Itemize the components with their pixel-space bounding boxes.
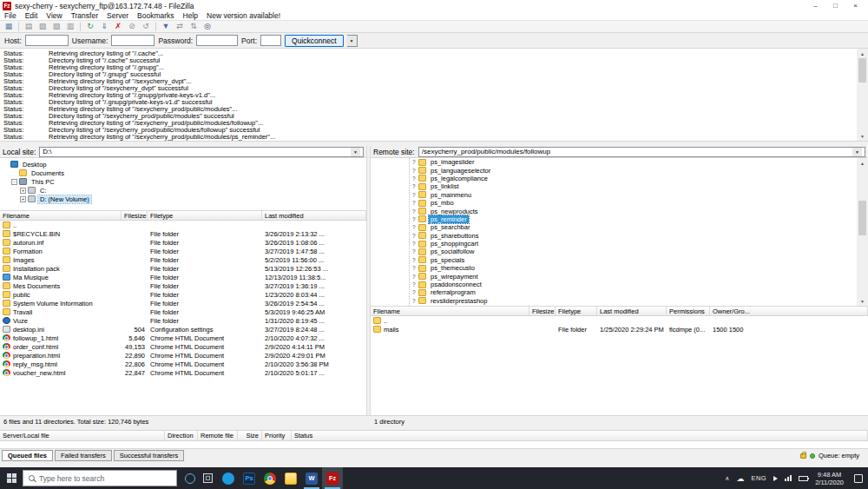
local-tree-item[interactable]: + C: [0, 186, 366, 195]
weather-icon[interactable]: ☁ [736, 474, 744, 483]
toolbar-separator[interactable] [155, 22, 156, 31]
combo-dropdown-icon[interactable]: ▼ [351, 148, 360, 156]
disconnect-icon[interactable]: ⊘ [126, 22, 138, 32]
remote-tree-item[interactable]: ? ps_socialfollow [371, 248, 868, 255]
password-input[interactable] [196, 35, 238, 46]
remote-tree-item[interactable]: ? ps_shoppingcart [371, 240, 868, 248]
site-manager-icon[interactable]: ▦ [3, 22, 15, 32]
remote-tree-item[interactable]: ? revsliderprestashop [371, 297, 868, 305]
column-header-status[interactable]: Status [292, 431, 868, 440]
taskbar-app-photoshop[interactable]: Ps [239, 467, 260, 489]
local-file-row[interactable]: Mes Documents File folder 3/27/2019 1:36… [0, 281, 366, 290]
remote-tree-item[interactable]: ? ps_imageslider [371, 158, 868, 166]
local-file-row[interactable]: autorun.inf File folder 3/26/2019 1:08:0… [0, 238, 366, 247]
local-tree-item[interactable]: Desktop [0, 160, 366, 169]
remote-tree-item[interactable]: ? ps_linklist [371, 182, 868, 190]
minimize-button[interactable]: – [806, 0, 825, 11]
remote-tree-item[interactable]: ? ps_searchbar [371, 223, 868, 231]
start-button[interactable] [0, 467, 23, 489]
cancel-icon[interactable]: ✗ [112, 22, 124, 32]
taskbar-app-chrome[interactable] [260, 467, 280, 489]
local-file-row[interactable]: public File folder 1/23/2020 8:03:44 ... [0, 290, 366, 299]
menu-item[interactable]: Edit [21, 11, 43, 20]
local-file-row[interactable]: followup_1.html 5,646 Chrome HTML Docume… [0, 334, 366, 342]
column-header-remote-file[interactable]: Remote file [198, 431, 238, 440]
title-bar[interactable]: Fz sexy-cherry - sexycherry_ftp@163.172.… [0, 0, 868, 11]
toolbar-separator[interactable] [80, 22, 81, 31]
column-header-filesize[interactable]: Filesize [122, 211, 148, 220]
column-header-filename[interactable]: Filename [0, 211, 122, 220]
remote-tree-item[interactable]: ? ps_specials [371, 256, 868, 264]
column-header-modified[interactable]: Last modified [262, 211, 366, 220]
menu-item[interactable]: Help [179, 11, 202, 20]
toolbar-separator[interactable] [18, 22, 19, 31]
column-header-direction[interactable]: Direction [165, 431, 198, 440]
quickconnect-button[interactable]: Quickconnect [285, 35, 344, 47]
expander-icon[interactable]: - [11, 179, 17, 185]
remote-tree-item[interactable]: ? ps_sharebuttons [371, 232, 868, 240]
menu-item[interactable]: New version available! [202, 11, 285, 20]
host-input[interactable] [25, 35, 69, 46]
process-queue-icon[interactable]: ⇓ [98, 22, 110, 32]
local-file-row[interactable]: preparation.html 22,890 Chrome HTML Docu… [0, 351, 366, 360]
battery-icon[interactable] [799, 476, 808, 481]
remote-tree-item[interactable]: ? referralprogram [371, 288, 868, 296]
local-file-row[interactable]: Travail File folder 5/3/2019 9:46:25 AM [0, 307, 366, 316]
filter-icon[interactable]: ▼ [160, 22, 172, 32]
expander-icon[interactable]: + [20, 196, 26, 202]
column-header-filename[interactable]: Filename [371, 307, 529, 315]
column-header-modified[interactable]: Last modified [597, 307, 667, 315]
local-file-row[interactable]: Installation pack File folder 5/13/2019 … [0, 264, 366, 273]
transfer-queue-body[interactable] [0, 441, 868, 448]
menu-item[interactable]: Server [102, 11, 133, 20]
local-tree-item[interactable]: + D: (New Volume) [0, 195, 366, 203]
local-file-row[interactable]: Formation File folder 3/27/2019 1:47:58 … [0, 247, 366, 255]
reconnect-icon[interactable]: ↺ [140, 22, 152, 32]
column-header-filetype[interactable]: Filetype [148, 211, 262, 220]
combo-dropdown-icon[interactable]: ▼ [852, 148, 862, 156]
remote-tree-item[interactable]: ? ps_legalcompliance [371, 175, 868, 182]
column-header-owner[interactable]: Owner/Gro... [710, 307, 868, 315]
menu-item[interactable]: View [42, 11, 66, 20]
column-header-server-local-file[interactable]: Server/Local file [0, 431, 165, 440]
action-center-icon[interactable] [854, 474, 863, 483]
local-file-row[interactable]: reply_msg.html 22,806 Chrome HTML Docume… [0, 360, 366, 368]
refresh-icon[interactable]: ↻ [84, 22, 96, 32]
language-indicator[interactable]: ENG [751, 474, 766, 482]
queue-tab[interactable]: Queued files [2, 450, 53, 461]
local-file-row[interactable]: System Volume Information File folder 3/… [0, 299, 366, 307]
scroll-down-icon[interactable]: ▼ [857, 296, 868, 306]
volume-icon[interactable] [773, 476, 778, 481]
toggle-log-icon[interactable]: ▤ [23, 22, 35, 32]
taskbar-app-filezilla[interactable]: Fz [322, 467, 343, 489]
remote-file-row[interactable]: .. [371, 316, 868, 325]
taskbar-search[interactable]: Type here to search [23, 470, 177, 486]
local-file-row[interactable]: desktop.ini 504 Configuration settings 3… [0, 325, 366, 334]
local-tree-item[interactable]: - This PC [0, 177, 366, 186]
column-header-size[interactable]: Size [238, 431, 262, 440]
remote-tree-scrollbar[interactable]: ▲ ▼ [857, 158, 868, 306]
compare-icon[interactable]: ⇄ [174, 22, 186, 32]
remote-tree-item[interactable]: ? ps_languageselector [371, 166, 868, 174]
scroll-up-icon[interactable]: ▲ [857, 49, 868, 58]
scroll-down-icon[interactable]: ▼ [857, 131, 868, 141]
username-input[interactable] [111, 35, 155, 46]
local-file-row[interactable]: voucher_new.html 22,847 Chrome HTML Docu… [0, 368, 366, 377]
taskbar-app-explorer[interactable] [280, 467, 301, 489]
local-file-row[interactable]: Images File folder 5/2/2019 11:56:00 ... [0, 255, 366, 264]
tray-expand-icon[interactable]: ∧ [725, 475, 729, 482]
expander-icon[interactable] [3, 162, 9, 168]
remote-tree-item[interactable]: ? ps_mainmenu [371, 191, 868, 199]
remote-tree-item[interactable]: ? ps_newproducts [371, 207, 868, 215]
toggle-remote-tree-icon[interactable]: ▨ [50, 22, 62, 32]
local-file-row[interactable]: order_conf.html 49,153 Chrome HTML Docum… [0, 342, 366, 351]
remote-tree-item[interactable]: ? ps_wirepayment [371, 272, 868, 280]
find-files-icon[interactable]: ◎ [201, 22, 214, 32]
scroll-up-icon[interactable]: ▲ [857, 158, 868, 168]
remote-file-row[interactable]: mails File folder 1/25/2020 2:29:24 PM f… [371, 325, 868, 334]
column-header-filetype[interactable]: Filetype [556, 307, 597, 315]
column-header-filesize[interactable]: Filesize [529, 307, 556, 315]
remote-tree-item[interactable]: ? psaddonsconnect [371, 281, 868, 288]
close-button[interactable]: × [845, 0, 865, 11]
scrollbar-thumb[interactable] [858, 58, 866, 83]
